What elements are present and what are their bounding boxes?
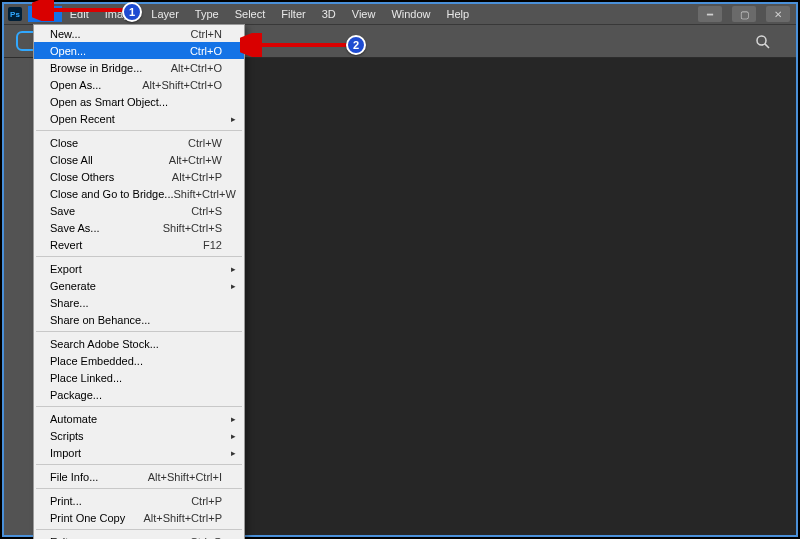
menu-item-close-all[interactable]: Close AllAlt+Ctrl+W — [34, 151, 244, 168]
window-controls: ━ ▢ ✕ — [698, 6, 790, 22]
menu-item-shortcut: Shift+Ctrl+W — [174, 188, 236, 200]
menu-item-label: Print One Copy — [50, 512, 143, 524]
menu-item-search-adobe-stock[interactable]: Search Adobe Stock... — [34, 335, 244, 352]
menu-filter[interactable]: Filter — [273, 6, 313, 22]
menu-item-label: Close All — [50, 154, 169, 166]
document-canvas[interactable] — [254, 100, 784, 523]
menu-separator — [36, 256, 242, 257]
app-window: Ps FileEditImageLayerTypeSelectFilter3DV… — [2, 2, 798, 537]
menu-item-label: Import — [50, 447, 222, 459]
menu-window[interactable]: Window — [383, 6, 438, 22]
menu-item-browse-in-bridge[interactable]: Browse in Bridge...Alt+Ctrl+O — [34, 59, 244, 76]
menu-item-close-others[interactable]: Close OthersAlt+Ctrl+P — [34, 168, 244, 185]
menu-item-save[interactable]: SaveCtrl+S — [34, 202, 244, 219]
menu-type[interactable]: Type — [187, 6, 227, 22]
menu-separator — [36, 331, 242, 332]
menu-item-exit[interactable]: ExitCtrl+Q — [34, 533, 244, 539]
menu-item-shortcut: Alt+Ctrl+W — [169, 154, 222, 166]
menu-item-export[interactable]: Export — [34, 260, 244, 277]
menu-item-open-as[interactable]: Open As...Alt+Shift+Ctrl+O — [34, 76, 244, 93]
menu-item-label: Open as Smart Object... — [50, 96, 222, 108]
menu-item-label: Place Embedded... — [50, 355, 222, 367]
tools-panel[interactable] — [4, 58, 36, 535]
menu-item-label: File Info... — [50, 471, 148, 483]
menu-3d[interactable]: 3D — [314, 6, 344, 22]
menu-item-label: Automate — [50, 413, 222, 425]
menu-item-label: Scripts — [50, 430, 222, 442]
menu-item-label: Close and Go to Bridge... — [50, 188, 174, 200]
menu-view[interactable]: View — [344, 6, 384, 22]
svg-line-1 — [765, 44, 769, 48]
close-button[interactable]: ✕ — [766, 6, 790, 22]
menu-item-revert[interactable]: RevertF12 — [34, 236, 244, 253]
menu-item-place-embedded[interactable]: Place Embedded... — [34, 352, 244, 369]
menu-item-label: Save As... — [50, 222, 163, 234]
app-logo-icon: Ps — [8, 7, 22, 21]
menu-item-shortcut: Ctrl+N — [191, 28, 222, 40]
menu-item-save-as[interactable]: Save As...Shift+Ctrl+S — [34, 219, 244, 236]
menu-item-shortcut: Ctrl+S — [191, 205, 222, 217]
menu-item-print[interactable]: Print...Ctrl+P — [34, 492, 244, 509]
menu-item-scripts[interactable]: Scripts — [34, 427, 244, 444]
menu-item-import[interactable]: Import — [34, 444, 244, 461]
menu-item-label: Save — [50, 205, 191, 217]
menu-separator — [36, 529, 242, 530]
menu-item-close[interactable]: CloseCtrl+W — [34, 134, 244, 151]
menu-item-label: Open... — [50, 45, 190, 57]
annotation-badge-2: 2 — [346, 35, 366, 55]
menu-item-shortcut: Shift+Ctrl+S — [163, 222, 222, 234]
menu-item-shortcut: Alt+Ctrl+P — [172, 171, 222, 183]
menu-item-share[interactable]: Share... — [34, 294, 244, 311]
menu-item-label: Export — [50, 263, 222, 275]
menu-item-shortcut: F12 — [203, 239, 222, 251]
menu-item-close-and-go-to-bridge[interactable]: Close and Go to Bridge...Shift+Ctrl+W — [34, 185, 244, 202]
maximize-button[interactable]: ▢ — [732, 6, 756, 22]
menu-help[interactable]: Help — [439, 6, 478, 22]
menu-separator — [36, 464, 242, 465]
annotation-badge-1: 1 — [122, 2, 142, 22]
search-icon[interactable] — [754, 33, 772, 55]
annotation-arrow-2 — [240, 33, 360, 57]
menu-item-label: Print... — [50, 495, 191, 507]
menu-item-label: New... — [50, 28, 191, 40]
menu-item-share-on-behance[interactable]: Share on Behance... — [34, 311, 244, 328]
menu-item-shortcut: Alt+Shift+Ctrl+O — [142, 79, 222, 91]
menu-item-shortcut: Alt+Shift+Ctrl+I — [148, 471, 222, 483]
menu-item-label: Open Recent — [50, 113, 222, 125]
menu-item-label: Generate — [50, 280, 222, 292]
menu-item-shortcut: Ctrl+P — [191, 495, 222, 507]
menu-separator — [36, 406, 242, 407]
menu-item-automate[interactable]: Automate — [34, 410, 244, 427]
menu-layer[interactable]: Layer — [143, 6, 187, 22]
menu-item-new[interactable]: New...Ctrl+N — [34, 25, 244, 42]
menu-select[interactable]: Select — [227, 6, 274, 22]
menu-item-label: Place Linked... — [50, 372, 222, 384]
menu-item-open-as-smart-object[interactable]: Open as Smart Object... — [34, 93, 244, 110]
menu-item-label: Open As... — [50, 79, 142, 91]
file-menu-dropdown: New...Ctrl+NOpen...Ctrl+OBrowse in Bridg… — [33, 24, 245, 539]
menu-item-open[interactable]: Open...Ctrl+O — [34, 42, 244, 59]
menu-item-shortcut: Ctrl+W — [188, 137, 222, 149]
menu-separator — [36, 488, 242, 489]
menu-item-label: Close — [50, 137, 188, 149]
menu-separator — [36, 130, 242, 131]
menu-item-package[interactable]: Package... — [34, 386, 244, 403]
menu-item-print-one-copy[interactable]: Print One CopyAlt+Shift+Ctrl+P — [34, 509, 244, 526]
menu-item-label: Package... — [50, 389, 222, 401]
menu-item-label: Search Adobe Stock... — [50, 338, 222, 350]
menu-item-label: Revert — [50, 239, 203, 251]
menu-item-label: Share on Behance... — [50, 314, 222, 326]
menu-item-label: Share... — [50, 297, 222, 309]
menu-item-shortcut: Alt+Ctrl+O — [171, 62, 222, 74]
svg-point-0 — [757, 36, 766, 45]
minimize-button[interactable]: ━ — [698, 6, 722, 22]
menu-item-open-recent[interactable]: Open Recent — [34, 110, 244, 127]
menu-item-label: Browse in Bridge... — [50, 62, 171, 74]
menu-item-place-linked[interactable]: Place Linked... — [34, 369, 244, 386]
menu-item-file-info[interactable]: File Info...Alt+Shift+Ctrl+I — [34, 468, 244, 485]
menu-item-generate[interactable]: Generate — [34, 277, 244, 294]
menu-item-shortcut: Ctrl+O — [190, 45, 222, 57]
menu-item-shortcut: Alt+Shift+Ctrl+P — [143, 512, 222, 524]
menu-item-label: Exit — [50, 536, 190, 540]
menu-item-label: Close Others — [50, 171, 172, 183]
